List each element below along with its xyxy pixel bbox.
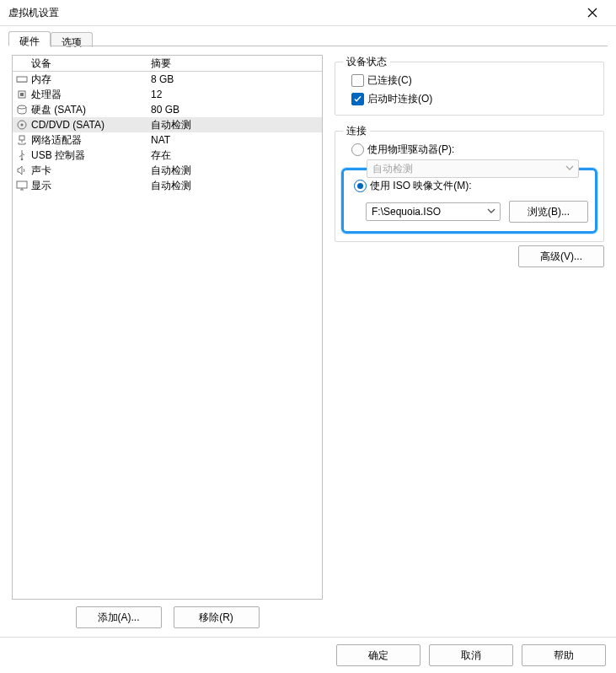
iso-path-value: F:\Sequoia.ISO — [372, 206, 441, 218]
device-summary: 8 GB — [151, 73, 319, 85]
sound-icon — [16, 164, 28, 176]
physical-drive-select: 自动检测 — [367, 159, 579, 178]
svg-rect-6 — [19, 136, 24, 140]
use-iso-label: 使用 ISO 映像文件(M): — [370, 179, 472, 193]
device-row-usb[interactable]: USB 控制器 存在 — [13, 148, 322, 163]
close-button[interactable] — [576, 0, 609, 25]
hardware-left-pane: 设备 摘要 内存 8 GB 处理器 12 — [12, 55, 323, 628]
device-summary: 自动检测 — [151, 118, 319, 132]
close-icon — [587, 8, 597, 18]
checkbox-icon — [351, 74, 364, 87]
dialog-body: 设备 摘要 内存 8 GB 处理器 12 — [0, 46, 616, 637]
advanced-row: 高级(V)... — [518, 245, 604, 267]
vm-settings-window: 虚拟机设置 硬件 选项 设备 摘要 内存 — [0, 0, 616, 673]
device-row-cddvd[interactable]: CD/DVD (SATA) 自动检测 — [13, 117, 322, 132]
display-icon — [16, 180, 28, 191]
radio-icon — [351, 143, 364, 156]
dialog-footer: 确定 取消 帮助 — [0, 637, 616, 673]
checkbox-checked-icon — [351, 93, 364, 105]
device-row-memory[interactable]: 内存 8 GB — [13, 72, 322, 87]
device-table: 设备 摘要 内存 8 GB 处理器 12 — [12, 55, 323, 600]
device-status-group: 设备状态 已连接(C) 启动时连接(O) — [335, 55, 604, 116]
remove-device-button[interactable]: 移除(R) — [174, 606, 260, 628]
connected-label: 已连接(C) — [367, 73, 412, 88]
svg-rect-8 — [17, 181, 27, 188]
ok-button[interactable]: 确定 — [336, 644, 420, 666]
cancel-button[interactable]: 取消 — [429, 644, 513, 666]
disc-icon — [16, 119, 28, 131]
device-summary: 自动检测 — [151, 164, 319, 178]
use-physical-radio[interactable]: 使用物理驱动器(P): — [351, 141, 594, 158]
chevron-down-icon — [565, 163, 574, 175]
disk-icon — [16, 104, 28, 116]
device-row-disk[interactable]: 硬盘 (SATA) 80 GB — [13, 102, 322, 117]
help-button[interactable]: 帮助 — [522, 644, 606, 666]
device-row-sound[interactable]: 声卡 自动检测 — [13, 163, 322, 178]
device-name: 显示 — [31, 179, 51, 193]
connect-on-power-checkbox[interactable]: 启动时连接(O) — [351, 90, 594, 107]
physical-drive-value: 自动检测 — [372, 162, 413, 176]
device-name: CD/DVD (SATA) — [31, 119, 104, 131]
device-button-row: 添加(A)... 移除(R) — [12, 606, 323, 628]
device-row-display[interactable]: 显示 自动检测 — [13, 178, 322, 193]
device-name: USB 控制器 — [31, 148, 85, 163]
memory-icon — [16, 73, 28, 85]
device-table-header: 设备 摘要 — [13, 56, 322, 72]
svg-point-7 — [21, 159, 24, 161]
device-summary: 12 — [151, 89, 319, 100]
device-summary: 80 GB — [151, 104, 319, 116]
iso-path-combo[interactable]: F:\Sequoia.ISO — [366, 202, 501, 221]
device-row-cpu[interactable]: 处理器 12 — [13, 87, 322, 102]
titlebar: 虚拟机设置 — [0, 0, 616, 26]
connected-checkbox[interactable]: 已连接(C) — [351, 72, 594, 89]
network-icon — [16, 134, 28, 146]
tab-underline — [8, 46, 608, 46]
svg-point-3 — [18, 105, 26, 109]
use-physical-label: 使用物理驱动器(P): — [367, 143, 454, 157]
connection-group: 连接 使用物理驱动器(P): 自动检测 — [335, 124, 604, 242]
device-name: 硬盘 (SATA) — [31, 103, 86, 117]
header-device: 设备 — [16, 57, 151, 71]
device-name: 内存 — [31, 73, 51, 87]
svg-rect-0 — [17, 77, 27, 82]
device-name: 网络适配器 — [31, 133, 82, 148]
device-name: 声卡 — [31, 164, 51, 178]
device-summary: 自动检测 — [151, 179, 319, 193]
svg-rect-2 — [20, 93, 24, 96]
window-title: 虚拟机设置 — [8, 6, 576, 20]
advanced-button[interactable]: 高级(V)... — [518, 245, 604, 267]
device-row-network[interactable]: 网络适配器 NAT — [13, 132, 322, 148]
device-summary: 存在 — [151, 148, 319, 163]
usb-icon — [16, 149, 28, 161]
svg-point-5 — [21, 124, 24, 127]
add-device-button[interactable]: 添加(A)... — [76, 606, 162, 628]
tab-hardware[interactable]: 硬件 — [8, 31, 51, 46]
cpu-icon — [16, 89, 28, 100]
connect-on-power-label: 启动时连接(O) — [367, 92, 432, 106]
chevron-down-icon — [487, 206, 495, 218]
header-summary: 摘要 — [151, 57, 319, 71]
radio-checked-icon — [354, 180, 367, 192]
device-summary: NAT — [151, 134, 319, 146]
use-iso-radio[interactable]: 使用 ISO 映像文件(M): — [354, 177, 588, 194]
hardware-right-pane: 设备状态 已连接(C) 启动时连接(O) 连接 — [335, 55, 604, 628]
device-name: 处理器 — [31, 88, 62, 102]
browse-button[interactable]: 浏览(B)... — [509, 201, 588, 223]
tabs: 硬件 选项 — [0, 26, 616, 46]
